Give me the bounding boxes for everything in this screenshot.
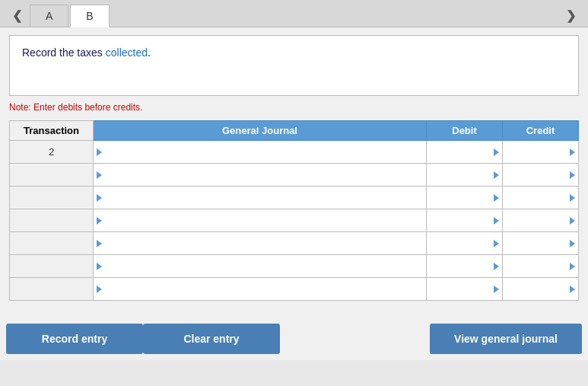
transaction-cell[interactable]: [10, 278, 94, 301]
journal-cell[interactable]: [94, 255, 427, 278]
next-arrow[interactable]: ❯: [560, 5, 582, 26]
table-row[interactable]: [10, 278, 579, 301]
col-credit: Credit: [503, 121, 579, 141]
credit-cell[interactable]: [503, 209, 579, 232]
table-row[interactable]: [10, 232, 579, 255]
journal-table: Transaction General Journal Debit Credit…: [9, 120, 579, 301]
debit-cell[interactable]: [427, 187, 503, 209]
debit-cell[interactable]: [427, 278, 503, 301]
journal-cell[interactable]: [94, 141, 427, 164]
note-text: Note: Enter debits before credits.: [9, 102, 579, 113]
table-row[interactable]: [10, 164, 579, 187]
credit-cell[interactable]: [503, 255, 579, 278]
record-entry-button[interactable]: Record entry: [6, 324, 143, 354]
clear-entry-button[interactable]: Clear entry: [143, 324, 280, 354]
journal-cell[interactable]: [94, 187, 427, 209]
col-debit: Debit: [427, 121, 503, 141]
debit-cell[interactable]: [427, 209, 503, 232]
table-row[interactable]: [10, 209, 579, 232]
credit-cell[interactable]: [503, 164, 579, 187]
view-general-journal-button[interactable]: View general journal: [430, 324, 582, 354]
instruction-end: .: [148, 46, 151, 59]
table-row[interactable]: [10, 255, 579, 278]
debit-cell[interactable]: [427, 255, 503, 278]
debit-cell[interactable]: [427, 164, 503, 187]
tab-b[interactable]: B: [70, 5, 109, 27]
credit-cell[interactable]: [503, 187, 579, 209]
button-bar: Record entry Clear entry View general jo…: [0, 317, 588, 360]
transaction-cell[interactable]: [10, 255, 94, 278]
credit-cell[interactable]: [503, 141, 579, 164]
transaction-cell[interactable]: [10, 209, 94, 232]
transaction-cell[interactable]: 2: [10, 141, 94, 164]
instruction-box: Record the taxes collected.: [9, 35, 579, 96]
journal-cell[interactable]: [94, 164, 427, 187]
table-row[interactable]: 2: [10, 141, 579, 164]
debit-cell[interactable]: [427, 232, 503, 255]
journal-cell[interactable]: [94, 278, 427, 301]
instruction-plain: Record the taxes: [22, 46, 106, 59]
instruction-text: Record the taxes collected.: [22, 46, 151, 59]
col-general-journal: General Journal: [94, 121, 427, 141]
main-content: Record the taxes collected. Note: Enter …: [0, 27, 588, 317]
col-transaction: Transaction: [10, 121, 94, 141]
journal-cell[interactable]: [94, 209, 427, 232]
instruction-highlight: collected: [106, 46, 148, 59]
table-row[interactable]: [10, 187, 579, 209]
debit-cell[interactable]: [427, 141, 503, 164]
tab-bar: ❮ A B ❯: [0, 0, 588, 27]
transaction-cell[interactable]: [10, 187, 94, 209]
journal-cell[interactable]: [94, 232, 427, 255]
prev-arrow[interactable]: ❮: [6, 5, 28, 26]
transaction-cell[interactable]: [10, 232, 94, 255]
credit-cell[interactable]: [503, 232, 579, 255]
transaction-cell[interactable]: [10, 164, 94, 187]
credit-cell[interactable]: [503, 278, 579, 301]
tab-a[interactable]: A: [30, 5, 68, 27]
